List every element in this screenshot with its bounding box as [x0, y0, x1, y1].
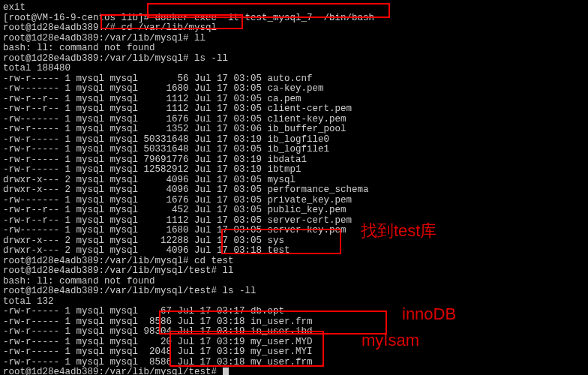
- term-line: root@1d28e4adb389:/var/lib/mysql# ls -ll: [3, 54, 585, 64]
- term-line: root@1d28e4adb389:/var/lib/mysql# cd tes…: [3, 256, 585, 267]
- term-line: -rw-r----- 1 mysql mysql 8586 Jul 17 03:…: [3, 358, 585, 368]
- term-line: -rw-r----- 1 mysql mysql 50331648 Jul 17…: [3, 135, 585, 146]
- term-line: bash: ll: command not found: [3, 277, 585, 287]
- term-line: -rw-r--r-- 1 mysql mysql 1112 Jul 17 03:…: [3, 94, 585, 105]
- term-line: -rw-r----- 1 mysql mysql 56 Jul 17 03:05…: [3, 74, 585, 85]
- term-line: bash: ll: command not found: [3, 44, 585, 54]
- term-line: -rw------- 1 mysql mysql 1680 Jul 17 03:…: [3, 84, 585, 94]
- term-line: drwxr-x--- 2 mysql mysql 12288 Jul 17 03…: [3, 236, 585, 247]
- term-line: drwxr-x--- 2 mysql mysql 4096 Jul 17 03:…: [3, 246, 585, 256]
- term-line: -rw-r----- 1 mysql mysql 8586 Jul 17 03:…: [3, 317, 585, 328]
- term-line: [root@VM-16-9-centos lib]# docker exec -…: [3, 14, 585, 24]
- term-line: -rw------- 1 mysql mysql 1680 Jul 17 03:…: [3, 226, 585, 236]
- term-line: root@1d28e4adb389:/var/lib/mysql/test# l…: [3, 286, 585, 297]
- term-line: root@1d28e4adb389:/var/lib/mysql# ll: [3, 34, 585, 44]
- term-line: -rw-r----- 1 mysql mysql 79691776 Jul 17…: [3, 155, 585, 166]
- term-line: -rw-r--r-- 1 mysql mysql 1112 Jul 17 03:…: [3, 104, 585, 115]
- terminal-output[interactable]: exit [root@VM-16-9-centos lib]# docker e…: [3, 3, 585, 375]
- term-line: -rw-r----- 1 mysql mysql 2048 Jul 17 03:…: [3, 347, 585, 358]
- annotation-find-test: 找到test库: [361, 226, 436, 236]
- term-line: -rw------- 1 mysql mysql 1676 Jul 17 03:…: [3, 115, 585, 125]
- term-line: -rw-r----- 1 mysql mysql 12582912 Jul 17…: [3, 165, 585, 176]
- term-line: drwxr-x--- 2 mysql mysql 4096 Jul 17 03:…: [3, 176, 585, 186]
- term-line: -rw-r--r-- 1 mysql mysql 1112 Jul 17 03:…: [3, 216, 585, 226]
- term-line: total 188480: [3, 64, 585, 74]
- term-line: -rw------- 1 mysql mysql 1676 Jul 17 03:…: [3, 196, 585, 206]
- term-line: -rw-r----- 1 mysql mysql 67 Jul 17 03:17…: [3, 307, 585, 317]
- annotation-myisam: myIsam: [362, 335, 419, 346]
- annotation-innodb: innoDB: [402, 309, 456, 320]
- term-line: root@1d28e4adb389:/var/lib/mysql/test# l…: [3, 266, 585, 277]
- term-line: -rw-r----- 1 mysql mysql 98304 Jul 17 03…: [3, 327, 585, 338]
- term-line: -rw-r----- 1 mysql mysql 1352 Jul 17 03:…: [3, 124, 585, 135]
- term-line: -rw-r----- 1 mysql mysql 20 Jul 17 03:19…: [3, 338, 585, 348]
- term-line: root@1d28e4adb389:/# cd /var/lib/mysql: [3, 23, 585, 34]
- term-line: drwxr-x--- 2 mysql mysql 4096 Jul 17 03:…: [3, 185, 585, 196]
- term-line: exit: [3, 3, 585, 14]
- term-prompt: root@1d28e4adb389:/var/lib/mysql/test#: [3, 368, 585, 375]
- term-line: -rw-r--r-- 1 mysql mysql 452 Jul 17 03:0…: [3, 206, 585, 216]
- term-line: total 132: [3, 297, 585, 308]
- term-line: -rw-r----- 1 mysql mysql 50331648 Jul 17…: [3, 145, 585, 155]
- cursor-icon: [223, 368, 229, 375]
